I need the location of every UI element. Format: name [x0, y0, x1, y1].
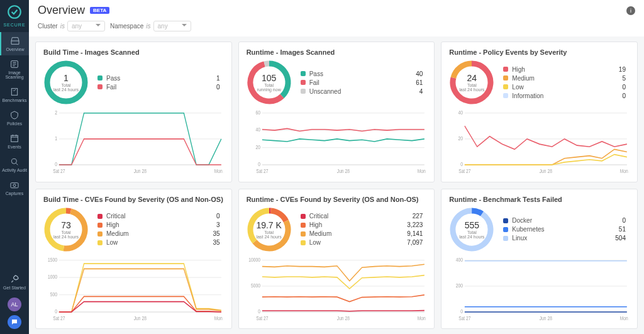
donut-total-label: Total	[62, 230, 71, 235]
sidebar-item-get-started[interactable]: Get Started	[0, 270, 29, 294]
namespace-select[interactable]: any	[153, 21, 191, 31]
sidebar-item-events[interactable]: Events	[0, 130, 29, 153]
dashboard-card: Runtime - CVEs Found by Severity (OS and…	[238, 189, 435, 330]
card-summary: 555 Total last 24 hours Docker 0 Kuberne…	[449, 207, 630, 252]
help-button[interactable]	[8, 315, 21, 329]
main: Overview BETA i Cluster is any Namespace…	[29, 0, 644, 334]
svg-text:10000: 10000	[248, 257, 260, 263]
legend: Pass 40 Fail 61 Unscanned 4	[301, 70, 427, 95]
svg-text:5000: 5000	[251, 282, 260, 289]
legend-swatch	[97, 231, 103, 237]
legend-count: 7,097	[405, 239, 423, 246]
card-title: Runtime - CVEs Found by Severity (OS and…	[247, 196, 427, 203]
legend-count: 61	[405, 79, 423, 86]
svg-text:Mon 28: Mon 28	[214, 168, 224, 174]
policies-icon	[9, 110, 19, 120]
sidebar-item-captures[interactable]: Captures	[0, 176, 29, 199]
sidebar-item-policies[interactable]: Policies	[0, 106, 29, 130]
donut-total: 555	[465, 220, 479, 230]
legend-name: Linux	[512, 235, 604, 242]
info-button[interactable]: i	[626, 6, 635, 15]
legend-name: Critical	[106, 213, 199, 220]
legend-row: Pass 40	[301, 70, 423, 77]
legend-row: Fail 0	[97, 84, 220, 91]
user-avatar[interactable]: AL	[8, 298, 21, 311]
svg-text:20: 20	[255, 144, 260, 150]
svg-text:1: 1	[55, 136, 57, 142]
legend-row: High 3	[97, 221, 220, 228]
card-summary: 1 Total last 24 hours Pass 1 Fail 0	[43, 60, 224, 105]
legend-count: 1	[203, 75, 220, 82]
legend-name: Fail	[106, 84, 199, 91]
legend-count: 3	[203, 221, 220, 228]
svg-text:Sat 27: Sat 27	[256, 315, 268, 321]
legend-count: 0	[608, 217, 626, 224]
sidebar-item-benchmarks[interactable]: Benchmarks	[0, 83, 29, 106]
legend-name: Fail	[309, 79, 402, 86]
donut-chart: 555 Total last 24 hours	[449, 207, 494, 252]
legend-swatch	[301, 71, 306, 76]
legend-count: 0	[203, 213, 220, 220]
page-header: Overview BETA i	[29, 0, 644, 18]
rocket-icon	[9, 274, 19, 284]
donut-chart: 73 Total last 24 hours	[43, 207, 89, 252]
dashboard-card: Runtime - Benchmark Tests Failed 555 Tot…	[441, 189, 638, 330]
product-logo	[6, 4, 23, 20]
legend: Critical 0 High 3 Medium 35 Low 35	[97, 213, 224, 246]
cluster-select[interactable]: any	[67, 21, 105, 31]
svg-text:0: 0	[461, 162, 464, 168]
sidebar-item-overview[interactable]: Overview	[0, 32, 29, 55]
legend-count: 4	[405, 88, 423, 95]
product-name: SECURE	[3, 23, 25, 27]
card-summary: 105 Total running now Pass 40 Fail 61 Un…	[247, 60, 427, 105]
donut-total-sublabel: last 24 hours	[53, 87, 79, 92]
legend-name: Pass	[106, 75, 199, 82]
legend-name: High	[106, 221, 199, 228]
svg-rect-3	[11, 135, 18, 142]
legend-swatch	[301, 214, 306, 219]
legend-swatch	[97, 240, 103, 245]
sidebar-item-image-scanning[interactable]: Image Scanning	[0, 55, 29, 83]
benchmarks-icon	[9, 87, 19, 97]
image-scanning-icon	[9, 59, 19, 69]
chat-icon	[11, 318, 18, 326]
donut-total: 105	[262, 73, 276, 83]
legend-swatch	[97, 223, 103, 228]
sidebar: SECURE OverviewImage ScanningBenchmarksP…	[0, 0, 29, 334]
svg-text:Mon 28: Mon 28	[620, 315, 630, 321]
donut-total-sublabel: last 24 hours	[257, 235, 282, 239]
legend-name: Low	[309, 239, 402, 246]
sidebar-item-activity-audit[interactable]: Activity Audit	[0, 153, 29, 176]
svg-text:1000: 1000	[48, 274, 57, 280]
legend-swatch	[503, 75, 508, 81]
legend-name: High	[512, 66, 604, 73]
svg-text:2: 2	[55, 110, 57, 116]
card-title: Build Time - CVEs Found by Severity (OS …	[43, 196, 224, 203]
svg-text:0: 0	[258, 162, 260, 168]
filter-label: Cluster	[38, 23, 58, 30]
trend-chart: 0200400Sat 27Jun 28Mon 28	[449, 257, 630, 323]
svg-text:200: 200	[456, 282, 463, 289]
svg-text:0: 0	[461, 308, 464, 315]
donut-total: 73	[61, 220, 71, 230]
svg-text:60: 60	[255, 110, 260, 116]
svg-text:Jun 28: Jun 28	[134, 168, 147, 174]
legend-row: Critical 227	[301, 213, 423, 220]
card-summary: 24 Total last 24 hours High 19 Medium 5 …	[449, 60, 630, 105]
legend-count: 0	[608, 84, 626, 91]
svg-text:0: 0	[55, 308, 57, 315]
legend-count: 227	[405, 213, 423, 220]
svg-text:Sat 27: Sat 27	[53, 168, 65, 174]
donut-total-label: Total	[467, 83, 477, 87]
legend-swatch	[503, 218, 508, 223]
legend-swatch	[301, 231, 306, 237]
captures-icon	[9, 180, 19, 190]
card-title: Runtime - Policy Events by Severity	[449, 48, 630, 56]
legend-swatch	[97, 84, 103, 89]
legend-row: Fail 61	[301, 79, 423, 86]
legend-name: Docker	[512, 217, 604, 224]
donut-chart: 105 Total running now	[247, 60, 292, 105]
legend-name: Low	[106, 239, 199, 246]
filter-label: Namespace	[110, 23, 143, 30]
legend-row: Medium 35	[97, 230, 220, 237]
